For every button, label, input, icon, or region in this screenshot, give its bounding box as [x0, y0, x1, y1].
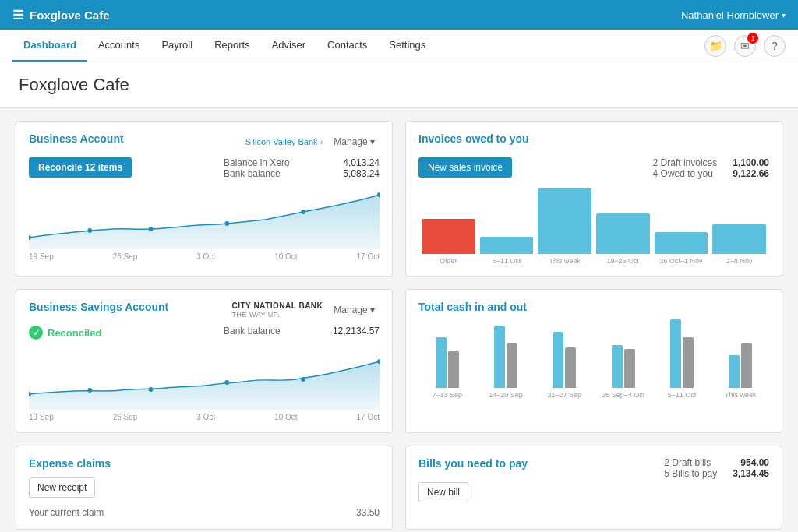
savings-manage-button[interactable]: Manage ▾ [329, 303, 380, 317]
cash-bar-thisweek: This week [715, 343, 766, 399]
business-savings-card: Business Savings Account CITY NATIONAL B… [16, 289, 393, 433]
svg-point-7 [87, 388, 92, 393]
invoices-header: Invoices owed to you [418, 132, 769, 151]
expense-claims-title: Expense claims [29, 457, 111, 470]
nav-item-reports[interactable]: Reports [203, 30, 261, 62]
cash-bar-7-13sep: 7–13 Sep [422, 337, 472, 399]
savings-bank-balance-value: 12,2134.57 [333, 326, 380, 336]
nav-item-accounts[interactable]: Accounts [87, 30, 150, 62]
nav-item-payroll[interactable]: Payroll [150, 30, 203, 62]
savings-bank-balance-label: Bank balance [224, 326, 281, 336]
bar-5-11oct [480, 237, 534, 254]
bar-group-thisweek: This week [538, 188, 591, 265]
cash-in-bar [494, 326, 505, 388]
bills-to-pay-label: 5 Bills to pay [664, 468, 717, 479]
cash-bar-chart: 7–13 Sep 14–20 Sep 21–27 Sep [418, 321, 769, 399]
business-account-chart-labels: 19 Sep 26 Sep 3 Oct 10 Oct 17 Oct [29, 252, 380, 261]
svg-point-4 [301, 210, 305, 214]
cash-out-bar [448, 351, 459, 388]
bank-balance-value: 5,083.24 [343, 168, 380, 179]
invoices-bar-chart: Older 5–11 Oct This week 19–25 Oct 26 Oc… [418, 187, 769, 265]
bills-top-section: Bills you need to pay New bill 2 Draft b… [418, 457, 769, 502]
savings-balance-info: Bank balance 12,2134.57 [224, 326, 380, 336]
savings-header: Business Savings Account CITY NATIONAL B… [29, 301, 380, 319]
savings-chart-labels: 19 Sep 26 Sep 3 Oct 10 Oct 17 Oct [29, 413, 380, 421]
total-cash-title: Total cash in and out [418, 301, 527, 313]
app-logo[interactable]: ☰ Foxglove Cafe [12, 8, 681, 23]
nav-item-contacts[interactable]: Contacts [316, 30, 378, 62]
bills-title: Bills you need to pay [418, 457, 528, 470]
savings-chart [29, 347, 380, 410]
cash-bar-28sep-4oct: 28 Sep–4 Oct [598, 345, 648, 399]
bills-to-pay-value: 3,134.45 [733, 468, 769, 479]
business-account-chart [29, 187, 380, 249]
cash-bar-14-20sep: 14–20 Sep [480, 326, 531, 399]
user-name: Nathaniel Hornblower [681, 9, 779, 21]
city-national-bank-logo: CITY NATIONAL BANK The way up. [232, 301, 323, 319]
user-menu[interactable]: Nathaniel Hornblower ▾ [681, 9, 786, 21]
bar-26oct-1nov [655, 232, 708, 254]
nav-icon-group: 📁 ✉ 1 ? [704, 35, 786, 57]
top-bar: ☰ Foxglove Cafe Nathaniel Hornblower ▾ [0, 0, 798, 30]
mail-button[interactable]: ✉ 1 [734, 35, 756, 57]
new-receipt-button[interactable]: New receipt [29, 477, 95, 498]
svg-point-3 [224, 221, 229, 226]
mail-badge: 1 [747, 33, 758, 44]
total-cash-card: Total cash in and out 7–13 Sep 14–20 Sep [405, 289, 782, 433]
nav-item-settings[interactable]: Settings [378, 30, 436, 62]
business-account-manage-button[interactable]: Manage ▾ [329, 135, 380, 149]
expense-claims-card: Expense claims New receipt Your current … [16, 446, 393, 530]
current-claim-value: 33.50 [356, 507, 380, 518]
reconcile-button[interactable]: Reconcile 12 items [29, 157, 132, 178]
check-icon: ✓ [29, 326, 43, 340]
svg-point-10 [301, 377, 305, 382]
nav-item-adviser[interactable]: Adviser [261, 30, 316, 62]
current-claim-label: Your current claim [29, 507, 104, 518]
bar-2-8nov [712, 224, 766, 254]
cash-in-bar [436, 337, 447, 388]
bills-to-pay-card: Bills you need to pay New bill 2 Draft b… [405, 446, 782, 530]
draft-bills-label: 2 Draft bills [664, 457, 711, 468]
cash-bar-21-27sep: 21–27 Sep [539, 332, 590, 399]
svg-point-1 [87, 228, 92, 233]
reconciled-label: Reconciled [48, 327, 101, 339]
cash-out-bar [507, 343, 517, 388]
page-title: Foxglove Cafe [19, 75, 779, 95]
bar-19-25oct [596, 213, 650, 254]
new-bill-button[interactable]: New bill [418, 482, 468, 502]
main-content: Business Account Silicon Valley Bank › M… [0, 108, 798, 532]
draft-bills-value: 954.00 [740, 457, 769, 468]
bills-stats: 2 Draft bills 954.00 5 Bills to pay 3,13… [664, 457, 769, 479]
bar-group-2-8nov: 2–8 Nov [712, 224, 766, 265]
owed-to-you-label: 4 Owed to you [653, 168, 713, 179]
cash-bar-5-11oct: 5–11 Oct [656, 319, 707, 399]
new-sales-invoice-button[interactable]: New sales invoice [418, 157, 512, 178]
svg-point-9 [224, 380, 229, 385]
bank-balance-label: Bank balance [224, 168, 281, 179]
cash-out-bar [683, 337, 694, 388]
balance-info: Balance in Xero 4,013.24 Bank balance 5,… [224, 157, 380, 179]
invoice-stats: 2 Draft invoices 1,100.00 4 Owed to you … [653, 157, 769, 179]
expense-claim-info: Your current claim 33.50 [29, 507, 380, 518]
page-header: Foxglove Cafe [0, 62, 798, 108]
cash-out-bar [741, 343, 752, 388]
folder-button[interactable]: 📁 [704, 35, 726, 57]
svg-point-8 [149, 387, 154, 392]
reconciled-badge: ✓ Reconciled [29, 326, 101, 340]
invoices-top-section: New sales invoice 2 Draft invoices 1,100… [418, 157, 769, 179]
business-account-title: Business Account [29, 132, 124, 145]
cash-out-bar [624, 349, 635, 388]
cash-in-bar [553, 332, 563, 388]
company-name: Foxglove Cafe [30, 9, 110, 22]
hamburger-icon[interactable]: ☰ [12, 8, 23, 23]
svg-point-2 [149, 227, 154, 231]
bar-older [422, 219, 475, 254]
bar-group-19-25oct: 19–25 Oct [596, 213, 650, 265]
nav-item-dashboard[interactable]: Dashboard [12, 30, 87, 62]
cash-in-bar [612, 345, 623, 388]
secondary-nav: Dashboard Accounts Payroll Reports Advis… [0, 30, 798, 62]
help-button[interactable]: ? [764, 35, 786, 57]
balance-in-xero-value: 4,013.24 [343, 157, 380, 168]
invoices-owed-card: Invoices owed to you New sales invoice 2… [405, 121, 782, 277]
svb-bank-name: Silicon Valley Bank › [245, 137, 323, 146]
